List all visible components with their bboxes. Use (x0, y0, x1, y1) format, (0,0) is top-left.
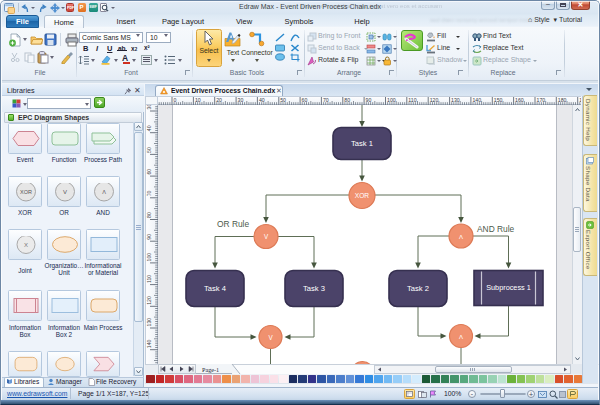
svg-text:160: 160 (515, 97, 524, 103)
svg-text:60: 60 (146, 168, 152, 174)
svg-text:Task 3: Task 3 (303, 284, 325, 293)
svg-text:150: 150 (494, 97, 503, 103)
svg-text:100: 100 (387, 97, 396, 103)
svg-text:130: 130 (451, 97, 460, 103)
svg-text:70: 70 (146, 190, 152, 196)
svg-text:Λ: Λ (102, 188, 106, 194)
svg-text:X: X (24, 241, 28, 247)
svg-text:OR Rule: OR Rule (217, 219, 249, 229)
svg-text:XOR: XOR (355, 192, 370, 199)
svg-text:40: 40 (146, 125, 152, 131)
svg-text:170: 170 (537, 97, 546, 103)
svg-text:130: 130 (146, 317, 152, 326)
svg-text:30: 30 (146, 105, 152, 110)
svg-text:XOR: XOR (20, 189, 32, 195)
svg-text:50: 50 (146, 147, 152, 153)
svg-text:Λ: Λ (459, 333, 463, 339)
svg-text:Task 2: Task 2 (407, 284, 429, 293)
svg-text:Subprocess 1: Subprocess 1 (486, 283, 531, 292)
svg-text:140: 140 (146, 339, 152, 348)
svg-text:80: 80 (146, 212, 152, 218)
svg-text:Task 1: Task 1 (351, 139, 373, 148)
svg-text:Λ: Λ (459, 233, 463, 239)
svg-text:100: 100 (146, 252, 152, 261)
svg-text:180: 180 (558, 97, 567, 103)
svg-text:120: 120 (430, 97, 439, 103)
svg-text:110: 110 (146, 274, 152, 282)
svg-text:Task 4: Task 4 (204, 284, 226, 293)
svg-text:120: 120 (146, 296, 152, 305)
svg-text:140: 140 (472, 97, 481, 103)
svg-text:AND Rule: AND Rule (477, 223, 515, 233)
svg-text:90: 90 (146, 233, 152, 239)
svg-text:V: V (63, 189, 67, 195)
